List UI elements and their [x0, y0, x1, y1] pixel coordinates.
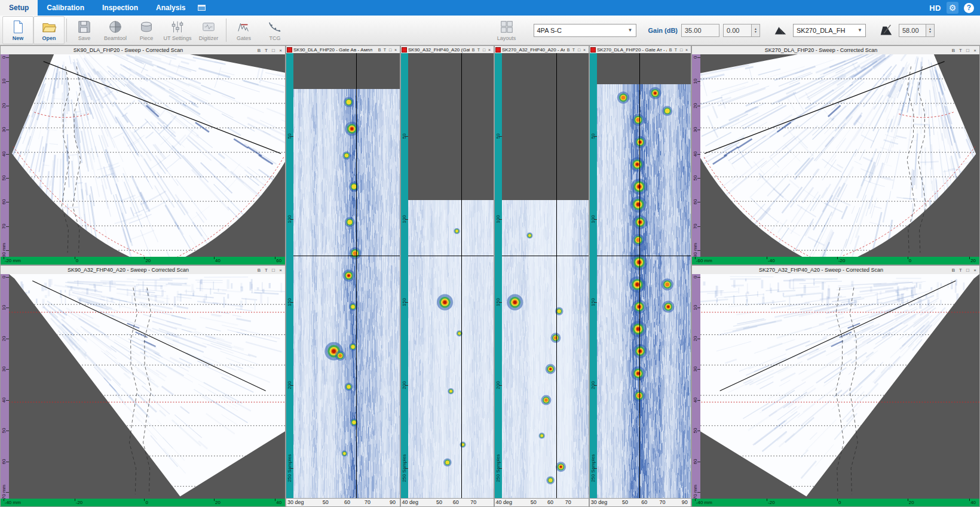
view-restore-button[interactable]: □ — [270, 47, 277, 54]
strip-view-4: SK270_DLA_FHP20 - Gate Ат - АмплBT□×5010… — [589, 45, 691, 507]
view-restore-button[interactable]: □ — [679, 47, 684, 53]
ut-settings-button[interactable]: UT Settings — [162, 16, 193, 44]
axis-tick-label: 60 — [453, 499, 459, 505]
scan-area[interactable] — [502, 53, 589, 498]
view-restore-button[interactable]: □ — [964, 47, 971, 54]
strip-scan-canvas[interactable] — [597, 53, 691, 498]
beamtool-icon — [108, 19, 123, 35]
angle-spinner[interactable]: ▲▼ — [926, 24, 935, 37]
probe-select[interactable]: SK270_DLA_FH ▼ — [793, 24, 866, 37]
ut-settings-icon — [170, 19, 185, 35]
view-t-button[interactable]: T — [673, 47, 678, 53]
menu-tab-inspection[interactable]: Inspection — [93, 0, 147, 16]
view-restore-button[interactable]: □ — [270, 267, 277, 274]
strip-scan-canvas[interactable] — [293, 53, 400, 498]
view-b-button[interactable]: B — [256, 267, 262, 274]
gain-offset-field[interactable]: 0.00 — [723, 24, 752, 37]
ruler-tick-label: 20 — [693, 336, 698, 341]
samples-ruler: 50100150200250 Samples — [590, 53, 597, 498]
floating-window-icon[interactable] — [194, 0, 209, 16]
open-button[interactable]: Open — [33, 16, 65, 44]
view-restore-button[interactable]: □ — [482, 47, 486, 53]
sector-scan-canvas[interactable] — [700, 54, 979, 257]
gates-button[interactable]: Gates — [228, 16, 259, 44]
view-restore-button[interactable]: □ — [388, 47, 393, 53]
view-close-button[interactable]: × — [393, 47, 398, 53]
view-b-button[interactable]: B — [377, 47, 382, 53]
ruler-tick-label: 250 Samples — [495, 454, 501, 483]
ruler-tick-mark — [837, 499, 838, 501]
digitizer-button[interactable]: Digitizer — [193, 16, 224, 44]
scan-area[interactable] — [700, 54, 979, 257]
new-button[interactable]: New — [2, 16, 33, 44]
ruler-tick-label: 10 — [693, 79, 698, 84]
strip-scan-canvas[interactable] — [408, 53, 494, 498]
beamtool-button[interactable]: Beamtool — [100, 16, 131, 44]
menu-tabs: SetupCalibrationInspectionAnalysis — [0, 0, 194, 16]
view-t-button[interactable]: T — [476, 47, 481, 53]
scan-area[interactable] — [597, 53, 691, 498]
view-close-button[interactable]: × — [277, 47, 284, 54]
view-close-button[interactable]: × — [684, 47, 689, 53]
sector-scan-canvas[interactable] — [9, 54, 285, 257]
toolbar-button-label: Gates — [237, 35, 251, 41]
scan-area[interactable] — [9, 274, 285, 499]
ruler-tick-mark — [969, 499, 970, 501]
view-t-button[interactable]: T — [571, 47, 576, 53]
view-close-button[interactable]: × — [487, 47, 492, 53]
view-close-button[interactable]: × — [972, 267, 978, 274]
view-close-button[interactable]: × — [582, 47, 587, 53]
toolbar-button-label: New — [13, 35, 24, 41]
ruler-tick-label: -20 mm — [5, 258, 21, 263]
scan-area[interactable] — [408, 53, 494, 498]
layout-select[interactable]: 4PA S-C ▼ — [534, 24, 636, 37]
view-b-button[interactable]: B — [950, 47, 957, 54]
gear-icon[interactable]: ⚙ — [947, 2, 958, 14]
scan-area[interactable] — [700, 274, 979, 499]
help-icon[interactable]: ? — [964, 3, 974, 13]
window-buttons: BT□× — [950, 47, 979, 54]
menu-tab-calibration[interactable]: Calibration — [38, 0, 93, 16]
menu-tab-analysis[interactable]: Analysis — [147, 0, 194, 16]
view-b-button[interactable]: B — [256, 47, 262, 54]
ruler-tick-label: 70 mm — [1, 485, 7, 499]
strip-scan-canvas[interactable] — [502, 53, 589, 498]
view-t-button[interactable]: T — [382, 47, 387, 53]
angle-field[interactable]: 58.00 — [899, 24, 926, 37]
layouts-button[interactable]: Layouts — [491, 19, 522, 42]
ruler-tick-label: 0 — [838, 500, 841, 505]
view-body: 010203040506070 mm — [1, 274, 285, 499]
scan-area[interactable] — [293, 53, 400, 498]
view-t-button[interactable]: T — [957, 267, 964, 274]
gain-value-field[interactable]: 35.00 — [681, 24, 719, 37]
sector-scan-canvas[interactable] — [700, 274, 979, 499]
menu-tab-setup[interactable]: Setup — [0, 0, 38, 16]
ruler-tick-label: 250 Samples — [590, 454, 596, 483]
ruler-tick-label: -20 — [76, 500, 83, 505]
scan-area[interactable] — [9, 54, 285, 257]
save-button[interactable]: Save — [69, 16, 100, 44]
sector-scan-canvas[interactable] — [9, 274, 285, 499]
ruler-tick-label: -40 — [768, 258, 775, 263]
gain-offset-spinner[interactable]: ▲▼ — [752, 24, 760, 37]
gain-value: 35.00 — [685, 27, 702, 34]
view-b-button[interactable]: B — [950, 267, 957, 274]
view-b-button[interactable]: B — [471, 47, 476, 53]
toolbar-button-label: Open — [42, 35, 56, 41]
view-close-button[interactable]: × — [972, 47, 978, 54]
view-restore-button[interactable]: □ — [964, 267, 971, 274]
view-restore-button[interactable]: □ — [577, 47, 581, 53]
view-t-button[interactable]: T — [957, 47, 964, 54]
ruler-tick-mark — [75, 499, 75, 501]
piece-button[interactable]: Piece — [131, 16, 162, 44]
strip-view-1: SK90_DLA_FHP20 - Gate Ав - АмплBT□×50100… — [286, 45, 400, 507]
view-b-button[interactable]: B — [668, 47, 673, 53]
view-close-button[interactable]: × — [277, 267, 284, 274]
tcg-button[interactable]: TCG — [259, 16, 290, 44]
layout-select-value: 4PA S-C — [537, 27, 562, 34]
view-b-button[interactable]: B — [566, 47, 571, 53]
view-t-button[interactable]: T — [263, 47, 270, 54]
sector-view-top-left: SK90_DLA_FHP20 - Sweep - Corrected ScanB… — [0, 45, 286, 265]
ruler-tick-label: 0 — [909, 258, 911, 263]
view-t-button[interactable]: T — [263, 267, 270, 274]
